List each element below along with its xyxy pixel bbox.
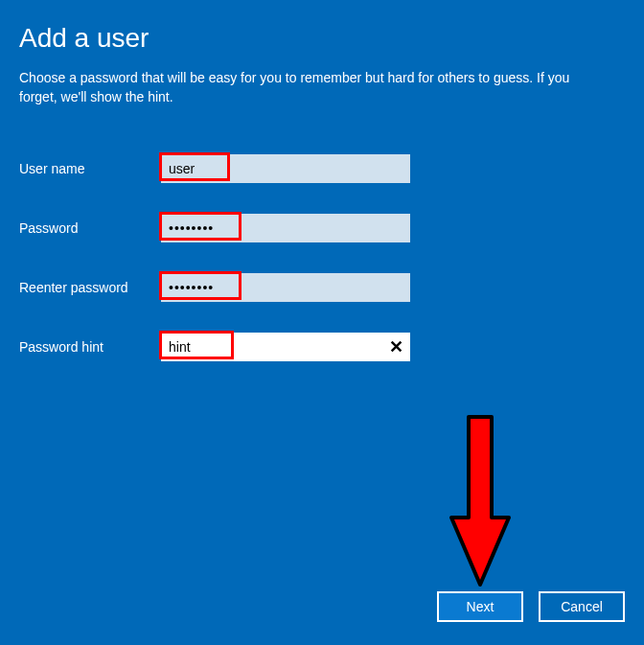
page-title: Add a user xyxy=(19,23,625,54)
reenter-label: Reenter password xyxy=(19,280,161,295)
close-icon: ✕ xyxy=(389,336,403,357)
password-label: Password xyxy=(19,220,161,236)
reenter-row: Reenter password •••••••• xyxy=(19,273,625,302)
clear-hint-button[interactable]: ✕ xyxy=(385,336,406,357)
hint-input-wrap: ✕ xyxy=(161,333,410,361)
page-description: Choose a password that will be easy for … xyxy=(19,69,604,106)
arrow-annotation-icon xyxy=(447,412,514,594)
reenter-input[interactable]: •••••••• xyxy=(161,273,410,302)
hint-row: Password hint ✕ xyxy=(19,333,625,361)
username-label: User name xyxy=(19,161,161,176)
next-button[interactable]: Next xyxy=(437,591,523,622)
username-input-wrap xyxy=(161,154,410,183)
dialog-content: Add a user Choose a password that will b… xyxy=(0,0,644,361)
reenter-input-wrap: •••••••• xyxy=(161,273,410,302)
password-input-wrap: •••••••• xyxy=(161,214,410,242)
button-bar: Next Cancel xyxy=(437,591,625,622)
password-input[interactable]: •••••••• xyxy=(161,214,410,242)
username-input[interactable] xyxy=(161,154,410,183)
hint-label: Password hint xyxy=(19,339,161,355)
password-row: Password •••••••• xyxy=(19,214,625,242)
cancel-button[interactable]: Cancel xyxy=(539,591,625,622)
username-row: User name xyxy=(19,154,625,183)
hint-input[interactable] xyxy=(161,333,410,361)
